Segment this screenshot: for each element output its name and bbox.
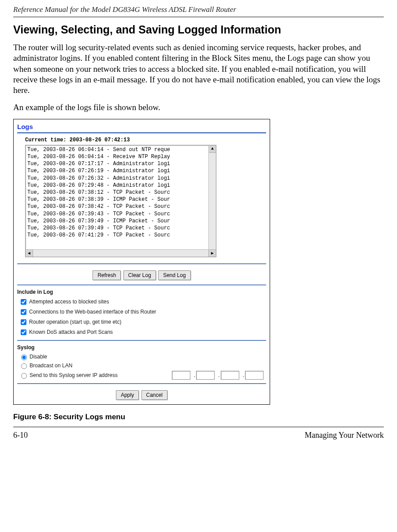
syslog-option-label: Broadcast on LAN [30, 362, 72, 369]
header-rule [13, 17, 384, 17]
log-button-row: Refresh Clear Log Send Log [17, 268, 266, 282]
include-option-label: Known DoS attacks and Port Scans [29, 329, 113, 335]
vertical-scrollbar[interactable]: ▲ [208, 145, 216, 249]
send-log-button[interactable]: Send Log [158, 270, 190, 280]
syslog-label: Syslog [17, 344, 266, 351]
syslog-ip-fields: . . . [172, 371, 266, 380]
include-option-web-connections[interactable]: Connections to the Web-based interface o… [17, 307, 266, 317]
figure-caption: Figure 6-8: Security Logs menu [13, 413, 384, 421]
section-heading: Viewing, Selecting, and Saving Logged In… [13, 23, 384, 36]
ip-octet-1[interactable] [172, 371, 190, 380]
syslog-option-broadcast[interactable]: Broadcast on LAN [17, 361, 266, 370]
ip-octet-4[interactable] [245, 371, 263, 380]
log-textarea[interactable]: Tue, 2003-08-26 06:04:14 - Send out NTP … [26, 145, 216, 249]
footer-rule [13, 427, 384, 427]
checkbox-icon[interactable] [21, 329, 26, 335]
ip-octet-2[interactable] [196, 371, 215, 380]
body-paragraph-1: The router will log security-related eve… [13, 42, 384, 96]
rule [17, 340, 266, 341]
syslog-option-label: Send to this Syslog server IP address [30, 372, 118, 378]
include-option-label: Connections to the Web-based interface o… [29, 309, 156, 315]
radio-icon[interactable] [21, 363, 27, 369]
page-footer: 6-10 Managing Your Network [13, 430, 384, 440]
footer-chapter: Managing Your Network [305, 431, 384, 440]
include-option-label: Attempted access to blocked sites [29, 299, 109, 305]
rule [17, 132, 266, 133]
scroll-left-icon[interactable]: ◄ [26, 250, 33, 257]
log-textarea-container: Tue, 2003-08-26 06:04:14 - Send out NTP … [25, 145, 216, 257]
include-in-log-label: Include in Log [17, 289, 266, 295]
scroll-up-icon[interactable]: ▲ [209, 145, 216, 153]
include-option-dos-attacks[interactable]: Known DoS attacks and Port Scans [17, 327, 266, 337]
rule [17, 263, 266, 264]
checkbox-icon[interactable] [21, 299, 26, 305]
include-option-router-operation[interactable]: Router operation (start up, get time etc… [17, 317, 266, 327]
apply-button[interactable]: Apply [116, 390, 139, 400]
rule [17, 383, 266, 384]
current-time-label: Current time: 2003-08-26 07:42:13 [25, 137, 266, 143]
refresh-button[interactable]: Refresh [93, 270, 121, 280]
rule [17, 284, 266, 285]
checkbox-icon[interactable] [21, 309, 26, 315]
apply-cancel-row: Apply Cancel [17, 388, 266, 402]
include-option-label: Router operation (start up, get time etc… [29, 319, 121, 325]
radio-icon[interactable] [21, 355, 27, 360]
syslog-option-label: Disable [30, 354, 47, 360]
cancel-button[interactable]: Cancel [141, 390, 167, 400]
syslog-option-sendto[interactable]: Send to this Syslog server IP address . … [17, 370, 266, 381]
horizontal-scrollbar[interactable]: ◄ ► [26, 249, 216, 257]
scroll-right-icon[interactable]: ► [208, 250, 216, 257]
ip-octet-3[interactable] [221, 371, 239, 380]
radio-icon[interactable] [21, 373, 27, 379]
syslog-option-disable[interactable]: Disable [17, 352, 266, 361]
page-number: 6-10 [13, 431, 28, 440]
figure-logs-screenshot: Logs Current time: 2003-08-26 07:42:13 T… [13, 119, 270, 405]
clear-log-button[interactable]: Clear Log [123, 270, 156, 280]
checkbox-icon[interactable] [21, 319, 26, 325]
running-header: Reference Manual for the Model DG834G Wi… [13, 5, 384, 17]
include-option-blocked-sites[interactable]: Attempted access to blocked sites [17, 297, 266, 307]
body-paragraph-2: An example of the logs file is shown bel… [13, 102, 384, 113]
panel-title: Logs [17, 123, 266, 130]
